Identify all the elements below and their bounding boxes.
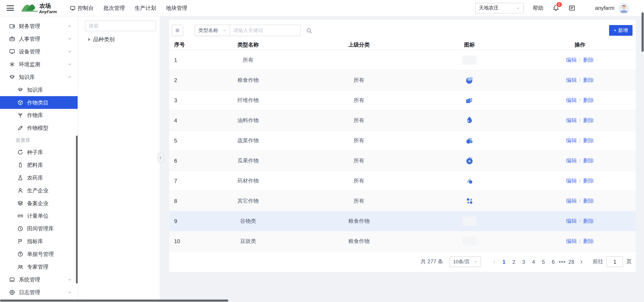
sidebar-item-docnum-management[interactable]: 单据号管理: [0, 248, 78, 260]
sidebar-item-system[interactable]: 系统管理: [0, 273, 78, 286]
page-size-select[interactable]: 10条/页: [450, 256, 481, 267]
next-page-button[interactable]: [576, 260, 586, 264]
edit-link[interactable]: 编辑: [566, 117, 577, 124]
table-row[interactable]: 5 蔬菜作物 所有 编辑 / 删除: [169, 131, 636, 151]
tree-expand-icon[interactable]: [88, 38, 90, 41]
avatar[interactable]: [618, 3, 629, 14]
help-link[interactable]: 帮助: [533, 4, 544, 12]
sidebar-item-finance[interactable]: 财务管理: [0, 20, 78, 32]
delete-link[interactable]: 删除: [583, 238, 594, 245]
sidebar-item-registered-company[interactable]: 备案企业: [0, 197, 78, 210]
page-number-button[interactable]: 28: [567, 258, 576, 265]
tree-search-input[interactable]: [85, 20, 156, 31]
page-number-button[interactable]: 2: [510, 258, 518, 265]
table-row[interactable]: 3 纤维作物 所有 编辑 / 删除: [169, 90, 636, 110]
delete-link[interactable]: 删除: [583, 218, 594, 225]
sidebar-item-hr[interactable]: 人事管理: [0, 32, 78, 45]
edit-link[interactable]: 编辑: [566, 56, 577, 64]
table-row[interactable]: 10 豆豉类 粮食作物 编辑 / 删除: [169, 231, 636, 252]
sidebar-scrollbar-thumb[interactable]: [76, 136, 78, 284]
prev-page-button[interactable]: [489, 260, 499, 264]
table-row[interactable]: 9 谷物类 粮食作物 编辑 / 删除: [169, 211, 636, 231]
delete-link[interactable]: 删除: [583, 177, 594, 184]
sidebar-item-producer[interactable]: 生产企业: [0, 184, 78, 197]
delete-link[interactable]: 删除: [583, 76, 594, 84]
graduation-icon: [17, 87, 24, 93]
delete-link[interactable]: 删除: [583, 157, 594, 164]
sidebar-item-expert-management[interactable]: 专家管理: [0, 260, 78, 273]
delete-link[interactable]: 删除: [583, 197, 594, 205]
tree-panel: 品种类别: [82, 16, 160, 302]
app-logo[interactable]: 农场 AnyFarm: [20, 1, 58, 14]
chevron-down-icon: [67, 62, 72, 66]
indicator-flag-icon: [17, 238, 24, 244]
sidebar-item-crop-category[interactable]: 作物类目: [0, 96, 78, 109]
sidebar-item-environment[interactable]: 环境监测: [0, 58, 78, 71]
page-number-button[interactable]: 5: [539, 258, 548, 265]
sidebar-item-indicator-library[interactable]: 指标库: [0, 235, 78, 248]
settings-button[interactable]: [172, 24, 183, 36]
delete-link[interactable]: 删除: [583, 117, 594, 124]
tree-node-label: 品种类别: [93, 36, 115, 43]
farm-select[interactable]: 天地农庄: [475, 3, 524, 14]
column-header: 图标: [415, 41, 524, 48]
sidebar-item-measure-unit[interactable]: 计量单位: [0, 210, 78, 222]
sidebar-item-knowledge[interactable]: 知识库: [0, 71, 78, 84]
horizontal-scrollbar-thumb[interactable]: [0, 300, 228, 302]
sidebar-item-field-management[interactable]: 田间管理库: [0, 222, 78, 235]
table-row[interactable]: 1 所有 编辑 / 删除: [169, 50, 636, 70]
column-header: 类型名称: [193, 41, 303, 48]
search-button[interactable]: [306, 27, 312, 34]
nav-item-plot[interactable]: 地块管理: [166, 4, 188, 12]
delete-link[interactable]: 删除: [583, 137, 594, 144]
table-row[interactable]: 8 其它作物 所有 编辑 / 删除: [169, 191, 636, 211]
sidebar-item-crop-model[interactable]: 作物模型: [0, 122, 78, 134]
edit-link[interactable]: 编辑: [566, 218, 577, 225]
message-button[interactable]: [568, 4, 575, 12]
tree-node-variety-category[interactable]: 品种类别: [88, 36, 160, 43]
total-count-label: 共 277 条: [420, 258, 443, 265]
page-number-button[interactable]: 4: [530, 258, 538, 265]
edit-link[interactable]: 编辑: [566, 197, 577, 205]
edit-link[interactable]: 编辑: [566, 137, 577, 144]
goto-page-input[interactable]: [607, 256, 623, 267]
sidebar-item-log[interactable]: 日志管理: [0, 286, 78, 299]
table-row[interactable]: 2 粮食作物 所有 编辑 / 删除: [169, 70, 636, 90]
filter-type-select[interactable]: 类型名称: [195, 24, 230, 36]
sidebar-item-seed-library[interactable]: 种子库: [0, 146, 78, 158]
delete-link[interactable]: 删除: [583, 97, 594, 104]
edit-link[interactable]: 编辑: [566, 157, 577, 164]
username-label[interactable]: anyfarm: [595, 5, 614, 11]
vertical-scrollbar-thumb[interactable]: [642, 12, 644, 52]
table-row[interactable]: 6 瓜果作物 所有 编辑 / 删除: [169, 151, 636, 171]
table-row[interactable]: 4 油料作物 所有 编辑 / 删除: [169, 110, 636, 131]
sidebar-item-fertilizer-library[interactable]: 肥料库: [0, 158, 78, 171]
more-pages-button[interactable]: •••: [558, 258, 566, 265]
notification-badge: 0: [556, 2, 562, 8]
panel-collapse-button[interactable]: [157, 152, 164, 163]
sidebar-item-pesticide-library[interactable]: 农药库: [0, 171, 78, 184]
chevron-up-icon: [67, 75, 72, 79]
delete-link[interactable]: 删除: [583, 56, 594, 64]
page-number-button[interactable]: 1: [500, 258, 508, 265]
sidebar-item-equipment[interactable]: 设备管理: [0, 45, 78, 58]
hamburger-icon[interactable]: [6, 5, 14, 11]
nav-item-production-plan[interactable]: 生产计划: [134, 4, 156, 12]
panel-gap: [78, 16, 82, 302]
edit-link[interactable]: 编辑: [566, 238, 577, 245]
page-number-button[interactable]: 6: [549, 258, 558, 265]
table-row[interactable]: 7 药材作物 所有 编辑 / 删除: [169, 171, 636, 191]
sidebar-item-crop-library[interactable]: 作物库: [0, 109, 78, 122]
sidebar-item-knowledge-base[interactable]: 知识库: [0, 84, 78, 96]
nav-item-console[interactable]: 控制台: [70, 4, 94, 12]
add-button[interactable]: + 新增: [609, 25, 632, 36]
plus-icon: +: [614, 28, 616, 33]
keyword-search-input[interactable]: [230, 24, 301, 36]
filter-select-value: 类型名称: [198, 27, 218, 34]
page-number-button[interactable]: 3: [520, 258, 528, 265]
edit-link[interactable]: 编辑: [566, 76, 577, 84]
edit-link[interactable]: 编辑: [566, 97, 577, 104]
edit-link[interactable]: 编辑: [566, 177, 577, 184]
notifications-button[interactable]: 0: [552, 4, 559, 12]
nav-item-batch[interactable]: 批次管理: [104, 4, 125, 12]
